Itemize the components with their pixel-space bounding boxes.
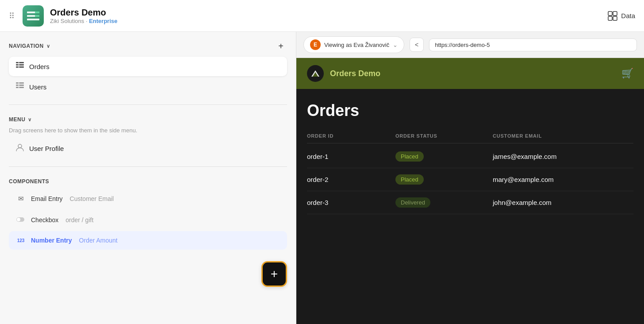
row2-id: order-2 — [307, 176, 395, 183]
nav-item-orders[interactable]: Orders — [9, 57, 287, 76]
checkbox-icon — [16, 215, 26, 224]
navigation-label: NAVIGATION ∨ — [9, 43, 50, 49]
navigation-header: NAVIGATION ∨ + — [9, 40, 287, 52]
row3-status: Delivered — [395, 197, 493, 208]
add-component-button[interactable]: + — [261, 261, 287, 287]
browser-bar: E Viewing as Eva Živanovič ⌄ < https://o… — [296, 32, 644, 58]
email-entry-sublabel: Customer Email — [70, 195, 114, 202]
orders-icon — [16, 62, 24, 71]
row3-email: john@example.com — [493, 199, 633, 206]
orders-label: Orders — [29, 63, 50, 70]
svg-rect-19 — [18, 85, 19, 86]
svg-rect-6 — [613, 12, 617, 15]
app-subtitle: Ziki Solutions · Enterprise — [50, 18, 117, 24]
top-header: ⠿ Orders Demo Ziki Solutions · Enterpris… — [0, 0, 644, 32]
users-label: Users — [29, 83, 46, 91]
menu-label: MENU ∨ — [9, 116, 32, 123]
url-bar[interactable]: https://orders-demo-5 — [429, 39, 637, 51]
component-email-entry[interactable]: ✉ Email Entry Customer Email — [9, 189, 287, 208]
app-title: Orders Demo — [50, 8, 117, 18]
col-customer-email: CUSTOMER EMAIL — [493, 133, 633, 139]
viewing-as[interactable]: E Viewing as Eva Živanovič ⌄ — [303, 36, 404, 53]
nav-item-users[interactable]: Users — [9, 77, 287, 96]
grid-menu-icon[interactable]: ⠿ — [9, 11, 15, 21]
number-entry-sublabel: Order Amount — [79, 237, 118, 244]
app-icon — [23, 5, 44, 27]
orders-table: ORDER ID ORDER STATUS CUSTOMER EMAIL ord… — [296, 129, 644, 214]
svg-rect-11 — [16, 66, 24, 68]
row2-status-badge: Placed — [395, 174, 424, 185]
cart-icon[interactable]: 🛒 — [621, 68, 633, 79]
components-section: COMPONENTS ✉ Email Entry Customer Email … — [0, 170, 296, 258]
number-entry-icon: 123 — [16, 238, 26, 243]
data-label[interactable]: Data — [621, 12, 635, 19]
menu-chevron[interactable]: ∨ — [28, 117, 32, 123]
page-title: Orders — [307, 101, 633, 120]
menu-header: MENU ∨ — [9, 116, 287, 123]
back-button[interactable]: < — [410, 38, 424, 52]
col-order-id: ORDER ID — [307, 133, 395, 139]
row1-id: order-1 — [307, 153, 395, 160]
user-profile-label: User Profile — [29, 145, 64, 152]
svg-rect-4 — [35, 15, 39, 17]
svg-point-21 — [18, 144, 22, 148]
nav-divider — [9, 104, 287, 105]
svg-rect-13 — [18, 64, 19, 66]
email-entry-label: Email Entry — [31, 195, 63, 202]
row3-status-badge: Delivered — [395, 197, 430, 208]
component-number-entry[interactable]: 123 Number Entry Order Amount — [9, 231, 287, 250]
header-right[interactable]: Data — [608, 11, 635, 21]
components-label: COMPONENTS — [9, 178, 49, 185]
svg-rect-14 — [18, 66, 19, 68]
svg-rect-16 — [16, 85, 24, 86]
viewing-as-label: Viewing as Eva Živanovič — [324, 42, 389, 48]
sidebar: NAVIGATION ∨ + Orders — [0, 32, 296, 324]
enterprise-badge: Enterprise — [89, 18, 117, 24]
nav-arrows: < — [410, 38, 424, 52]
data-icon — [608, 11, 617, 21]
col-order-status: ORDER STATUS — [395, 133, 493, 139]
preview-pane: E Viewing as Eva Živanovič ⌄ < https://o… — [296, 32, 644, 324]
svg-rect-8 — [613, 16, 617, 20]
number-entry-label: Number Entry — [31, 237, 72, 244]
app-header: Orders Demo 🛒 — [296, 58, 644, 89]
add-navigation-button[interactable]: + — [275, 40, 287, 52]
app-logo — [307, 65, 324, 82]
app-header-left: Orders Demo — [307, 65, 380, 82]
table-header: ORDER ID ORDER STATUS CUSTOMER EMAIL — [307, 129, 633, 143]
table-row[interactable]: order-3 Delivered john@example.com — [307, 191, 633, 214]
page-title-area: Orders — [296, 89, 644, 129]
svg-rect-20 — [18, 87, 19, 88]
preview-app-name: Orders Demo — [330, 69, 380, 78]
navigation-chevron[interactable]: ∨ — [46, 43, 50, 49]
row1-status-badge: Placed — [395, 151, 424, 162]
svg-rect-5 — [608, 12, 612, 15]
row2-status: Placed — [395, 174, 493, 185]
svg-rect-7 — [608, 16, 612, 20]
row3-id: order-3 — [307, 199, 395, 206]
app-title-block: Orders Demo Ziki Solutions · Enterprise — [50, 8, 117, 24]
svg-rect-18 — [18, 82, 19, 84]
email-entry-icon: ✉ — [16, 195, 26, 203]
svg-rect-3 — [35, 12, 39, 13]
menu-hint: Drag screens here to show them in the si… — [9, 127, 287, 138]
components-divider — [9, 166, 287, 167]
components-header: COMPONENTS — [9, 178, 287, 185]
row1-status: Placed — [395, 151, 493, 162]
svg-rect-2 — [27, 19, 39, 20]
checkbox-sublabel: order / gift — [65, 216, 93, 224]
viewing-chevron[interactable]: ⌄ — [393, 42, 398, 48]
row2-email: mary@example.com — [493, 176, 633, 183]
component-checkbox[interactable]: Checkbox order / gift — [9, 209, 287, 230]
user-profile-icon — [16, 143, 24, 153]
main-body: NAVIGATION ∨ + Orders — [0, 32, 644, 324]
svg-point-23 — [17, 218, 20, 221]
nav-item-user-profile[interactable]: User Profile — [9, 138, 287, 158]
add-component-area: + — [0, 261, 296, 287]
app-preview: Orders Demo 🛒 Orders ORDER ID ORDER STAT… — [296, 58, 644, 324]
table-row[interactable]: order-2 Placed mary@example.com — [307, 168, 633, 191]
svg-rect-9 — [16, 62, 24, 63]
svg-rect-17 — [16, 87, 24, 88]
header-left: ⠿ Orders Demo Ziki Solutions · Enterpris… — [9, 5, 117, 27]
table-row[interactable]: order-1 Placed james@example.com — [307, 145, 633, 168]
